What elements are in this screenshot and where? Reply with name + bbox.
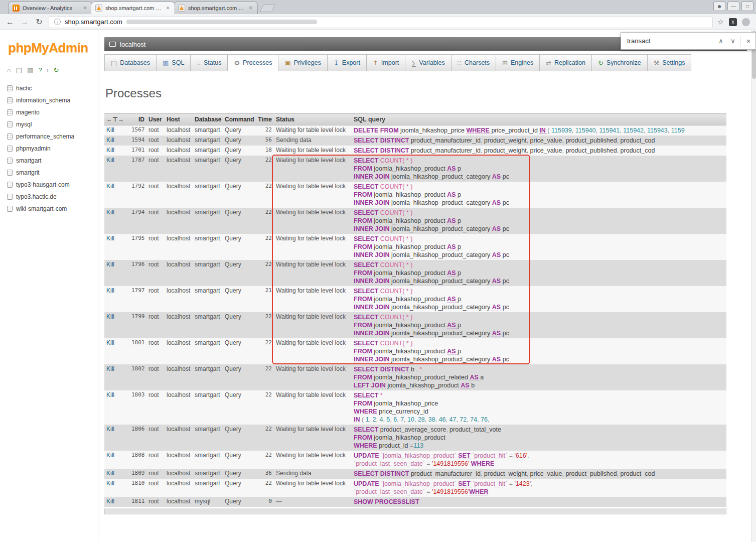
process-command: Query bbox=[223, 234, 256, 260]
sql-token: AS bbox=[492, 304, 503, 311]
kill-link[interactable]: Kill bbox=[106, 365, 114, 372]
sql-line: FROM joomla_hikashop_product AS p bbox=[354, 165, 724, 173]
sidebar-item-performance_schema[interactable]: performance_schema bbox=[7, 130, 98, 143]
process-host: localhost bbox=[165, 146, 193, 156]
minimize-button[interactable]: — bbox=[727, 2, 739, 11]
tab-export[interactable]: ↧Export bbox=[328, 54, 367, 71]
kill-link[interactable]: Kill bbox=[106, 261, 114, 268]
sql-token: SELECT bbox=[354, 314, 380, 321]
kill-link[interactable]: Kill bbox=[106, 391, 114, 398]
kill-link[interactable]: Kill bbox=[106, 147, 114, 154]
tab-settings[interactable]: ⚒Settings bbox=[648, 54, 692, 71]
tab-label: Charsets bbox=[465, 59, 490, 66]
sidebar-item-mysql[interactable]: mysql bbox=[7, 118, 98, 130]
home-icon[interactable]: ⌂ bbox=[7, 67, 11, 73]
tab-close-icon[interactable]: × bbox=[165, 5, 171, 12]
sidebar-item-phpmyadmin[interactable]: phpmyadmin bbox=[7, 143, 98, 155]
sql-token: joomla_hikashop_product bbox=[374, 191, 447, 198]
tab-charsets[interactable]: ∷Charsets bbox=[451, 54, 496, 71]
tab-import[interactable]: ↥Import bbox=[367, 54, 405, 71]
sql-token: `product_hit` bbox=[472, 480, 509, 487]
sql-token: a bbox=[480, 374, 484, 381]
sql-token: SET bbox=[458, 480, 472, 487]
tab-close-icon[interactable]: × bbox=[248, 5, 253, 12]
page-info-icon[interactable]: i bbox=[54, 19, 61, 25]
tab-replication[interactable]: ⇄Replication bbox=[540, 54, 592, 71]
process-time: 22 bbox=[256, 425, 274, 451]
tab-databases[interactable]: ▤Databases bbox=[104, 54, 157, 71]
bookmark-star-icon[interactable]: ☆ bbox=[717, 18, 724, 27]
sidebar-item-smartgrit[interactable]: smartgrit bbox=[7, 167, 98, 179]
process-row: Kill1796rootlocalhostsmartgartQuery22Wai… bbox=[104, 260, 726, 286]
kill-link[interactable]: Kill bbox=[106, 235, 114, 242]
sidebar-item-smartgart[interactable]: smartgart bbox=[7, 155, 98, 167]
extension-icon[interactable]: x bbox=[729, 18, 737, 26]
tab-processes[interactable]: ⚙Processes bbox=[228, 54, 278, 71]
kill-link[interactable]: Kill bbox=[106, 498, 114, 505]
maximize-button[interactable]: □ bbox=[741, 2, 753, 11]
column-header-kill[interactable]: ←⊤→ bbox=[104, 114, 129, 125]
sidebar-item-magento[interactable]: magento bbox=[7, 106, 98, 118]
sidebar-item-information_schema[interactable]: information_schema bbox=[7, 94, 98, 106]
database-icon bbox=[7, 206, 13, 212]
sql-token: 115941 bbox=[599, 127, 620, 134]
tab-variables[interactable]: ∑Variables bbox=[405, 54, 451, 71]
tab-synchronize[interactable]: ↻Synchronize bbox=[592, 54, 648, 71]
kill-link[interactable]: Kill bbox=[106, 287, 114, 294]
kill-link[interactable]: Kill bbox=[106, 183, 114, 190]
kill-link[interactable]: Kill bbox=[106, 137, 114, 144]
console-icon[interactable]: ▤ bbox=[16, 67, 22, 73]
find-close-icon[interactable]: × bbox=[741, 37, 755, 45]
sql-token: 74 bbox=[470, 416, 477, 423]
find-input[interactable]: transact bbox=[621, 37, 715, 45]
tab-privileges[interactable]: ▣Privileges bbox=[278, 54, 327, 71]
kill-link[interactable]: Kill bbox=[106, 157, 114, 164]
sql-token: SHOW PROCESSLIST bbox=[354, 498, 419, 505]
kill-link[interactable]: Kill bbox=[106, 452, 114, 459]
reload-icon[interactable]: ↻ bbox=[54, 67, 59, 73]
kill-link[interactable]: Kill bbox=[106, 470, 114, 477]
tab-status[interactable]: ≡Status bbox=[191, 54, 228, 71]
url-text: shop.smartgart.com bbox=[65, 18, 122, 26]
sidebar-item-typo3-hausgart-com[interactable]: typo3-hausgart-com bbox=[7, 179, 98, 191]
kill-link[interactable]: Kill bbox=[106, 313, 114, 320]
url-field[interactable]: i shop.smartgart.com bbox=[49, 16, 713, 28]
tab-close-icon[interactable]: × bbox=[82, 5, 88, 12]
sql-line: FROM joomla_hikashop_product AS p bbox=[354, 295, 724, 303]
sql-token: AS bbox=[492, 278, 503, 285]
find-next-icon[interactable]: ∨ bbox=[727, 37, 739, 45]
sql-token: AS bbox=[447, 296, 458, 303]
kill-link[interactable]: Kill bbox=[106, 426, 114, 433]
process-sql: SELECT DISTINCT product_manufacturer_id,… bbox=[352, 469, 726, 479]
page-scrollbar[interactable] bbox=[751, 30, 756, 542]
kill-link[interactable]: Kill bbox=[106, 126, 114, 133]
profile-avatar-icon[interactable] bbox=[742, 18, 750, 26]
docs-icon[interactable]: ▦ bbox=[27, 67, 33, 73]
database-icon bbox=[7, 121, 13, 127]
back-icon[interactable]: ← bbox=[5, 18, 15, 27]
browser-tab-analytics[interactable]: Overview - Analytics × bbox=[8, 2, 92, 14]
process-sql: SELECT *FROM joomla_hikashop_priceWHERE … bbox=[352, 390, 726, 425]
browser-tab-phpmyadmin-1[interactable]: shop.smartgart.com / loc × bbox=[91, 2, 175, 14]
process-database: smartgart bbox=[193, 479, 223, 497]
kill-link[interactable]: Kill bbox=[106, 209, 114, 216]
kill-link[interactable]: Kill bbox=[106, 339, 114, 346]
find-previous-icon[interactable]: ∧ bbox=[715, 37, 727, 45]
help-icon[interactable]: ? bbox=[38, 67, 42, 73]
profile-button[interactable]: ☻ bbox=[713, 2, 725, 11]
reload-icon[interactable]: ↻ bbox=[34, 17, 44, 27]
sql-token: , bbox=[446, 416, 449, 423]
process-database: smartgart bbox=[193, 136, 223, 146]
new-tab-button[interactable] bbox=[260, 5, 275, 12]
info-icon[interactable]: i bbox=[47, 67, 49, 73]
sidebar-item-hactic[interactable]: hactic bbox=[7, 82, 98, 94]
sql-token: joomla_hikashop_product_category bbox=[391, 356, 492, 363]
sql-token: , bbox=[527, 470, 530, 477]
sidebar-item-typo3.hactic.de[interactable]: typo3.hactic.de bbox=[7, 191, 98, 203]
tab-sql[interactable]: ▦SQL bbox=[157, 54, 191, 71]
sql-token: joomla_hikashop_product_category bbox=[391, 304, 492, 311]
sidebar-item-wiki-smartgart-com[interactable]: wiki-smartgart-com bbox=[7, 203, 98, 215]
kill-link[interactable]: Kill bbox=[106, 480, 114, 487]
tab-engines[interactable]: ⊞Engines bbox=[496, 54, 540, 71]
browser-tab-phpmyadmin-2[interactable]: shop.smartgart.com / loc × bbox=[174, 2, 258, 14]
